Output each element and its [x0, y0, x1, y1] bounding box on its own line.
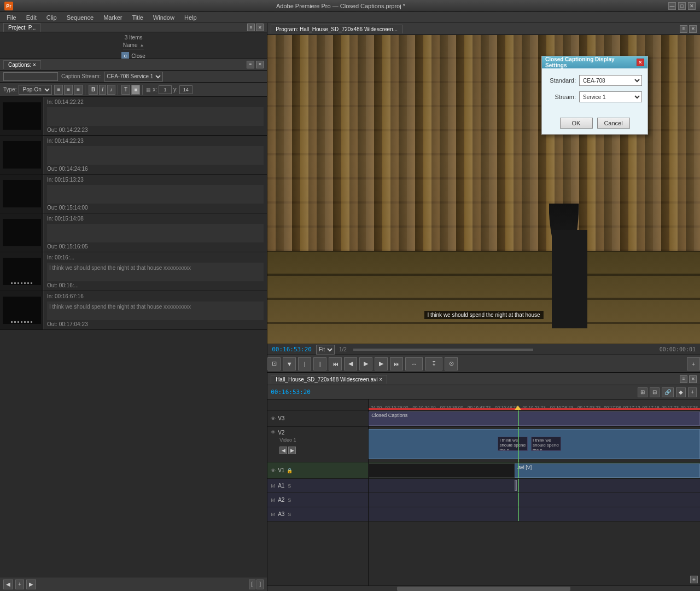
- track-row-a3: [369, 507, 700, 522]
- loop-btn[interactable]: ⊡: [267, 357, 281, 370]
- play-btn[interactable]: ▶: [359, 357, 372, 370]
- add-caption-btn[interactable]: +: [15, 580, 24, 589]
- captions-panel-close[interactable]: ✕: [256, 61, 264, 68]
- text-style-btn[interactable]: T: [121, 85, 130, 95]
- caption-in-btn[interactable]: [: [249, 580, 256, 589]
- list-item[interactable]: In: 00:15:14:08 Out: 00:15:16:05: [0, 213, 267, 252]
- small-caption-clip-1[interactable]: I think we should spend the n...: [498, 437, 528, 451]
- v1-lock-icon[interactable]: 🔒: [286, 467, 293, 474]
- align-center-btn[interactable]: ≡: [64, 85, 73, 95]
- zoom-in-timeline-btn[interactable]: +: [688, 387, 697, 397]
- maximize-button[interactable]: □: [678, 2, 686, 10]
- caption-clip[interactable]: Closed Captions: [369, 412, 700, 426]
- fwd-all-btn[interactable]: ⏭: [390, 357, 403, 370]
- captions-tab[interactable]: Captions: ×: [3, 60, 41, 69]
- link-btn[interactable]: 🔗: [662, 387, 674, 397]
- a1-mute-icon[interactable]: M: [270, 483, 276, 489]
- caption-text[interactable]: [47, 107, 264, 126]
- insert-btn[interactable]: ↔: [405, 357, 423, 370]
- box-btn[interactable]: ■: [131, 85, 140, 95]
- y-input[interactable]: 14: [179, 85, 192, 94]
- overwrite-btn[interactable]: ↧: [425, 357, 442, 370]
- v2-left-btn[interactable]: ◀: [279, 447, 287, 454]
- a1-solo-icon[interactable]: S: [286, 483, 293, 489]
- a3-name: A3: [278, 511, 284, 517]
- menu-marker[interactable]: Marker: [99, 13, 126, 22]
- v3-eye-icon[interactable]: 👁: [270, 415, 276, 422]
- go-in-btn[interactable]: |: [298, 357, 311, 370]
- list-item[interactable]: In: 00:14:22:22 Out: 00:14:22:23: [0, 97, 267, 136]
- caption-text[interactable]: I think we should spend the night at tha…: [47, 302, 264, 320]
- caption-text[interactable]: I think we should spend the night at tha…: [47, 263, 264, 281]
- v1-eye-icon[interactable]: 👁: [270, 467, 276, 474]
- type-select[interactable]: Pop-On: [19, 85, 52, 95]
- list-item[interactable]: In: 00:16:67:16 I think we should spend …: [0, 291, 267, 330]
- small-caption-clip-2[interactable]: I think we should spend the n...: [531, 437, 561, 451]
- menu-file[interactable]: File: [2, 13, 21, 22]
- scrub-bar[interactable]: [353, 349, 653, 351]
- captions-header: Captions: × ≡ ✕: [0, 59, 267, 71]
- project-tab[interactable]: Project: P...: [3, 23, 40, 32]
- a2-solo-icon[interactable]: S: [286, 497, 293, 503]
- step-fwd-btn[interactable]: ▶: [375, 357, 388, 370]
- add-track-btn[interactable]: +: [690, 576, 698, 583]
- music-btn[interactable]: ♪: [107, 85, 115, 95]
- caption-name-input[interactable]: [3, 72, 58, 81]
- prev-mark-btn[interactable]: ▼: [283, 357, 296, 370]
- step-back-btn[interactable]: ◀: [344, 357, 357, 370]
- menu-edit[interactable]: Edit: [22, 13, 41, 22]
- bold-btn[interactable]: B: [89, 85, 98, 95]
- v2-right-btn[interactable]: ▶: [288, 447, 296, 454]
- monitor-menu-btn[interactable]: ≡: [680, 25, 687, 33]
- timeline-close-btn[interactable]: ✕: [689, 375, 697, 383]
- panel-close-btn[interactable]: ✕: [256, 24, 264, 31]
- next-caption-btn[interactable]: ▶: [26, 580, 36, 589]
- ripple-btn[interactable]: ⊟: [650, 387, 660, 397]
- menu-window[interactable]: Window: [149, 13, 179, 22]
- list-item[interactable]: In: 00:15:13:23 Out: 00:15:14:00: [0, 175, 267, 213]
- timeline-scrollbar[interactable]: [267, 586, 700, 591]
- caption-stream-select[interactable]: CEA-708 Service 1: [104, 72, 163, 82]
- v2-eye-icon[interactable]: 👁: [270, 429, 276, 436]
- caption-text[interactable]: [47, 224, 264, 242]
- timeline-ruler[interactable]: 24:00 00:16:29:00 00:16:34:00 00:16:39:0…: [369, 399, 700, 410]
- x-input[interactable]: 1: [159, 85, 172, 94]
- minimize-button[interactable]: —: [668, 2, 676, 10]
- go-out-btn[interactable]: |: [313, 357, 326, 370]
- fit-select[interactable]: Fit: [316, 345, 335, 355]
- add-marker-btn[interactable]: +: [687, 357, 700, 370]
- captions-panel-btn[interactable]: ≡: [247, 61, 254, 68]
- timeline-tab[interactable]: Hall_House_SD_720x488 Widescreen.avi ×: [271, 375, 387, 384]
- marker-btn[interactable]: ◆: [676, 387, 686, 397]
- timeline-menu-btn[interactable]: ≡: [680, 375, 687, 383]
- menu-sequence[interactable]: Sequence: [62, 13, 98, 22]
- dialog-cancel-btn[interactable]: Cancel: [597, 118, 630, 129]
- monitor-tab[interactable]: Program: Hall_House_SD_720x486 Widescree…: [271, 25, 402, 33]
- caption-text[interactable]: [47, 185, 264, 204]
- align-left-btn[interactable]: ≡: [54, 85, 63, 95]
- stream-select[interactable]: Service 1 Service 2 Service 3: [579, 91, 642, 102]
- standard-select[interactable]: CEA-708 CEA-608: [579, 75, 642, 86]
- menu-help[interactable]: Help: [180, 13, 201, 22]
- rewind-all-btn[interactable]: ⏮: [329, 357, 342, 370]
- export-btn[interactable]: ⊙: [445, 357, 458, 370]
- align-right-btn[interactable]: ≡: [74, 85, 83, 95]
- list-item[interactable]: In: 00:16:... I think we should spend th…: [0, 252, 267, 291]
- menu-clip[interactable]: Clip: [42, 13, 61, 22]
- caption-out-btn[interactable]: ]: [256, 580, 264, 589]
- monitor-close-btn[interactable]: ✕: [689, 25, 697, 33]
- a2-mute-icon[interactable]: M: [270, 497, 276, 503]
- close-button[interactable]: ✕: [688, 2, 696, 10]
- menu-title[interactable]: Title: [127, 13, 147, 22]
- italic-btn[interactable]: I: [99, 85, 106, 95]
- dialog-ok-btn[interactable]: OK: [560, 118, 593, 129]
- a3-solo-icon[interactable]: S: [286, 511, 293, 518]
- v1-clip-main[interactable]: .avi [V]: [515, 463, 700, 478]
- a3-mute-icon[interactable]: M: [270, 511, 276, 518]
- snap-btn[interactable]: ⊞: [638, 387, 648, 397]
- list-item[interactable]: In: 00:14:22:23 Out: 00:14:24:16: [0, 136, 267, 175]
- dialog-close-btn[interactable]: ✕: [637, 59, 644, 66]
- panel-menu-btn[interactable]: ≡: [247, 24, 255, 31]
- prev-caption-btn[interactable]: ◀: [3, 580, 13, 589]
- caption-text[interactable]: [47, 146, 264, 165]
